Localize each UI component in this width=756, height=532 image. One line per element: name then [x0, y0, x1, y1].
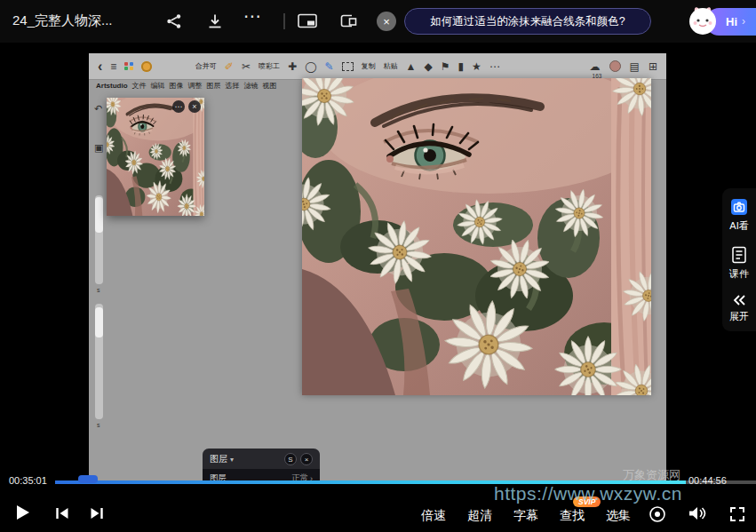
cloud-sync-icon[interactable]: ☁ 163 [590, 60, 601, 73]
volume-icon[interactable] [688, 505, 707, 521]
back-icon[interactable]: ‹ [98, 60, 102, 74]
share-icon[interactable] [163, 12, 185, 31]
chevron-right-icon: › [742, 15, 745, 28]
layers-popup-title: 图层 [210, 453, 227, 465]
ai-question-pill[interactable]: 如何通过适当的涂抹来融合线条和颜色? [404, 8, 651, 35]
painting-canvas[interactable] [302, 78, 651, 395]
progress-marker[interactable] [78, 475, 98, 483]
progress-played [55, 480, 686, 484]
fullscreen-icon[interactable] [728, 505, 746, 523]
close-icon[interactable]: × [377, 12, 396, 31]
menu-filter[interactable]: 滤镜 [244, 81, 259, 91]
marquee-icon[interactable] [342, 62, 354, 71]
find-button[interactable]: 查找 [560, 508, 585, 524]
menu-image[interactable]: 图像 [170, 81, 184, 91]
play-button[interactable] [15, 504, 31, 521]
record-icon[interactable] [649, 505, 666, 523]
brush-size-slider[interactable] [95, 195, 103, 284]
layers-close-icon[interactable]: × [300, 453, 313, 465]
droplet-icon[interactable]: ◆ [424, 61, 432, 72]
floating-side-panel: AI看 课件 展开 [722, 188, 756, 331]
slider-handle[interactable] [95, 197, 103, 233]
menu-view[interactable]: 视图 [263, 81, 277, 91]
toolbar-more-icon[interactable]: ⋯ [489, 61, 500, 72]
copy-label[interactable]: 复制 [362, 61, 376, 71]
bookmark-icon[interactable]: ▮ [458, 61, 464, 72]
subtitle-button[interactable]: 字幕 [513, 508, 538, 524]
svip-badge: SVIP [573, 496, 601, 507]
layers-s-badge[interactable]: S [284, 453, 297, 465]
document-icon [731, 246, 747, 264]
thumbnail-more-icon[interactable]: ⋯ [172, 100, 185, 113]
mini-window-icon[interactable] [338, 12, 359, 31]
assistant-avatar [688, 6, 718, 36]
thumbnail-close-icon[interactable]: × [188, 100, 201, 113]
top-bar: 24_完整人物深... ⋯ × 如何通过适当的涂抹来融合线条和颜色? [0, 0, 756, 43]
expand-panel-button[interactable]: 展开 [729, 294, 749, 323]
paste-label[interactable]: 粘贴 [384, 61, 398, 71]
video-stage[interactable]: ‹ ≡ 合并可 ✐ ✂ 喷彩工 ✚ ◯ ✎ 复制 粘贴 ▲ ◆ ⚑ ▮ ★ ⋯ [0, 43, 756, 475]
assistant-entry[interactable]: Hi › [688, 5, 751, 37]
ai-camera-icon [730, 198, 748, 216]
ai-view-button[interactable]: AI看 [729, 198, 748, 233]
menu-icon[interactable]: ≡ [110, 61, 116, 72]
navigator-thumbnail[interactable]: ⋯ × [107, 98, 204, 216]
thumbnail-image [107, 98, 204, 216]
artstudio-toolbar: ‹ ≡ 合并可 ✐ ✂ 喷彩工 ✚ ◯ ✎ 复制 粘贴 ▲ ◆ ⚑ ▮ ★ ⋯ [89, 53, 666, 80]
color-swatch[interactable] [609, 60, 621, 72]
video-title: 24_完整人物深... [12, 12, 113, 29]
assistant-label: Hi [726, 15, 737, 28]
download-icon[interactable] [204, 12, 226, 31]
pin-icon[interactable]: ⚑ [441, 61, 450, 72]
slider-handle[interactable] [95, 307, 103, 337]
undo-icon[interactable]: ↶ [94, 103, 102, 115]
expand-canvas-icon[interactable]: ⊞ [649, 61, 657, 72]
lasso-icon[interactable]: ◯ [305, 61, 316, 72]
artstudio-menubar: Artstudio 文件 编辑 图像 调整 图层 选择 滤镜 视图 [96, 81, 302, 91]
playback-speed-button[interactable]: 倍速 [421, 508, 446, 524]
star-icon[interactable]: ★ [472, 61, 481, 72]
current-time: 00:35:01 [9, 475, 47, 486]
pro-badge-icon[interactable] [141, 61, 152, 72]
slider-label: s [97, 287, 100, 293]
brush-opacity-slider[interactable] [95, 304, 103, 419]
merge-tool-label[interactable]: 合并可 [195, 61, 217, 71]
gallery-icon[interactable] [124, 62, 133, 71]
menu-layer[interactable]: 图层 [207, 81, 221, 91]
courseware-button[interactable]: 课件 [729, 246, 749, 281]
divider [283, 13, 285, 29]
ai-question-text: 如何通过适当的涂抹来融合线条和颜色? [430, 14, 625, 29]
previous-episode-button[interactable] [55, 507, 69, 520]
duration: 00:44:56 [688, 475, 727, 486]
progress-bar[interactable] [55, 480, 756, 484]
quality-button[interactable]: 超清 [467, 508, 492, 524]
slider-label: s [97, 422, 100, 428]
picture-in-picture-icon[interactable] [297, 12, 318, 31]
controls-background [0, 484, 756, 532]
next-episode-button[interactable] [90, 507, 104, 520]
scissors-icon[interactable]: ✂ [242, 61, 251, 72]
menu-file[interactable]: 文件 [132, 81, 147, 91]
pencil-icon[interactable]: ✎ [324, 61, 333, 72]
move-icon[interactable]: ✚ [288, 61, 297, 72]
panel-toggle-icon[interactable]: ▣ [94, 142, 103, 154]
menu-artstudio[interactable]: Artstudio [96, 82, 128, 90]
more-options-icon[interactable]: ⋯ [243, 5, 261, 27]
spray-tool-label[interactable]: 喷彩工 [259, 61, 280, 71]
menu-select[interactable]: 选择 [226, 81, 240, 91]
triangle-icon[interactable]: ▲ [406, 61, 417, 72]
menu-edit[interactable]: 编辑 [151, 81, 165, 91]
caret-down-icon[interactable]: ▾ [230, 456, 234, 464]
double-chevron-left-icon [732, 294, 746, 306]
artstudio-window: ‹ ≡ 合并可 ✐ ✂ 喷彩工 ✚ ◯ ✎ 复制 粘贴 ▲ ◆ ⚑ ▮ ★ ⋯ [89, 53, 666, 481]
episodes-button[interactable]: 选集 [606, 508, 631, 524]
brush-icon[interactable]: ✐ [225, 61, 234, 72]
layers-icon[interactable]: ▤ [630, 61, 640, 72]
player-bar: 00:35:01 00:44:56 倍速 超清 字幕 查找 选集 SVIP [0, 475, 756, 532]
menu-adjust[interactable]: 调整 [188, 81, 203, 91]
